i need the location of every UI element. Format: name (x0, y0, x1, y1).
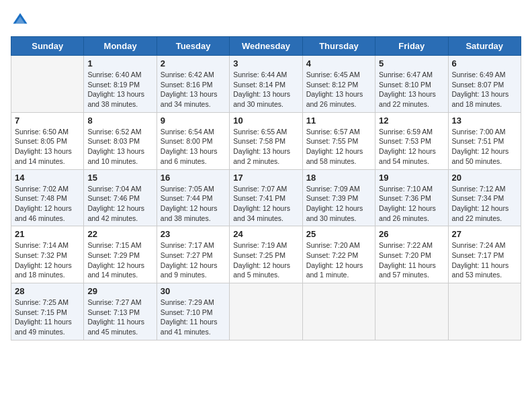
calendar-cell: 27Sunrise: 7:24 AMSunset: 7:17 PMDayligh… (448, 226, 521, 283)
day-info: Sunrise: 6:50 AMSunset: 8:05 PMDaylight:… (15, 127, 80, 167)
day-number: 18 (306, 173, 371, 183)
day-number: 19 (379, 173, 444, 183)
day-info: Sunrise: 7:04 AMSunset: 7:46 PMDaylight:… (87, 184, 152, 224)
calendar-header-row: SundayMondayTuesdayWednesdayThursdayFrid… (11, 37, 521, 56)
day-info: Sunrise: 7:20 AMSunset: 7:22 PMDaylight:… (306, 240, 371, 280)
day-info: Sunrise: 6:47 AMSunset: 8:10 PMDaylight:… (379, 70, 444, 109)
day-number: 26 (379, 229, 444, 239)
calendar-table: SundayMondayTuesdayWednesdayThursdayFrid… (11, 36, 521, 340)
calendar-cell: 22Sunrise: 7:15 AMSunset: 7:29 PMDayligh… (84, 226, 157, 283)
day-number: 2 (161, 58, 226, 68)
logo-icon (11, 11, 30, 30)
day-number: 9 (161, 116, 226, 126)
day-info: Sunrise: 6:45 AMSunset: 8:12 PMDaylight:… (306, 70, 371, 109)
calendar-cell (230, 283, 302, 340)
day-number: 12 (379, 116, 444, 126)
day-info: Sunrise: 6:42 AMSunset: 8:16 PMDaylight:… (161, 70, 226, 109)
day-of-week-header: Monday (84, 37, 157, 56)
day-info: Sunrise: 7:07 AMSunset: 7:41 PMDaylight:… (233, 184, 298, 224)
calendar-week-row: 14Sunrise: 7:02 AMSunset: 7:48 PMDayligh… (11, 169, 521, 226)
day-info: Sunrise: 7:12 AMSunset: 7:34 PMDaylight:… (452, 184, 517, 224)
calendar-cell: 6Sunrise: 6:49 AMSunset: 8:07 PMDaylight… (448, 56, 521, 113)
day-info: Sunrise: 7:00 AMSunset: 7:51 PMDaylight:… (452, 127, 517, 167)
calendar-cell: 11Sunrise: 6:57 AMSunset: 7:55 PMDayligh… (302, 112, 375, 169)
day-info: Sunrise: 6:59 AMSunset: 7:53 PMDaylight:… (379, 127, 444, 167)
day-info: Sunrise: 6:57 AMSunset: 7:55 PMDaylight:… (306, 127, 371, 167)
calendar-cell: 8Sunrise: 6:52 AMSunset: 8:03 PMDaylight… (84, 112, 157, 169)
day-info: Sunrise: 7:19 AMSunset: 7:25 PMDaylight:… (233, 240, 298, 280)
day-of-week-header: Friday (375, 37, 448, 56)
day-of-week-header: Wednesday (230, 37, 302, 56)
calendar-cell: 21Sunrise: 7:14 AMSunset: 7:32 PMDayligh… (11, 226, 84, 283)
calendar-week-row: 28Sunrise: 7:25 AMSunset: 7:15 PMDayligh… (11, 283, 521, 340)
day-info: Sunrise: 7:24 AMSunset: 7:17 PMDaylight:… (452, 240, 517, 280)
calendar-cell (302, 283, 375, 340)
day-info: Sunrise: 6:44 AMSunset: 8:14 PMDaylight:… (233, 70, 298, 109)
day-number: 17 (233, 173, 298, 183)
day-number: 15 (87, 173, 152, 183)
day-number: 13 (452, 116, 517, 126)
day-info: Sunrise: 7:29 AMSunset: 7:10 PMDaylight:… (161, 298, 226, 337)
day-info: Sunrise: 7:10 AMSunset: 7:36 PMDaylight:… (379, 184, 444, 224)
calendar-cell (11, 56, 84, 113)
calendar-cell: 4Sunrise: 6:45 AMSunset: 8:12 PMDaylight… (302, 56, 375, 113)
calendar-cell: 12Sunrise: 6:59 AMSunset: 7:53 PMDayligh… (375, 112, 448, 169)
calendar-cell: 9Sunrise: 6:54 AMSunset: 8:00 PMDaylight… (157, 112, 229, 169)
day-info: Sunrise: 7:05 AMSunset: 7:44 PMDaylight:… (161, 184, 226, 224)
day-number: 6 (452, 58, 517, 68)
day-info: Sunrise: 7:17 AMSunset: 7:27 PMDaylight:… (161, 240, 226, 280)
day-number: 3 (233, 58, 298, 68)
calendar-cell: 7Sunrise: 6:50 AMSunset: 8:05 PMDaylight… (11, 112, 84, 169)
day-of-week-header: Thursday (302, 37, 375, 56)
day-number: 29 (87, 286, 152, 296)
calendar-cell: 19Sunrise: 7:10 AMSunset: 7:36 PMDayligh… (375, 169, 448, 226)
day-of-week-header: Sunday (11, 37, 84, 56)
day-info: Sunrise: 6:40 AMSunset: 8:19 PMDaylight:… (87, 70, 152, 109)
day-number: 27 (452, 229, 517, 239)
day-number: 24 (233, 229, 298, 239)
day-number: 14 (15, 173, 80, 183)
day-number: 28 (15, 286, 80, 296)
day-info: Sunrise: 6:54 AMSunset: 8:00 PMDaylight:… (161, 127, 226, 167)
day-number: 5 (379, 58, 444, 68)
page-header (11, 11, 521, 30)
day-number: 30 (161, 286, 226, 296)
day-info: Sunrise: 7:15 AMSunset: 7:29 PMDaylight:… (87, 240, 152, 280)
logo (11, 11, 32, 30)
calendar-cell (448, 283, 521, 340)
calendar-cell: 13Sunrise: 7:00 AMSunset: 7:51 PMDayligh… (448, 112, 521, 169)
day-of-week-header: Tuesday (157, 37, 229, 56)
day-info: Sunrise: 7:02 AMSunset: 7:48 PMDaylight:… (15, 184, 80, 224)
day-number: 21 (15, 229, 80, 239)
calendar-week-row: 21Sunrise: 7:14 AMSunset: 7:32 PMDayligh… (11, 226, 521, 283)
calendar-cell: 17Sunrise: 7:07 AMSunset: 7:41 PMDayligh… (230, 169, 302, 226)
day-of-week-header: Saturday (448, 37, 521, 56)
calendar-cell: 25Sunrise: 7:20 AMSunset: 7:22 PMDayligh… (302, 226, 375, 283)
calendar-cell: 2Sunrise: 6:42 AMSunset: 8:16 PMDaylight… (157, 56, 229, 113)
day-info: Sunrise: 7:14 AMSunset: 7:32 PMDaylight:… (15, 240, 80, 280)
day-number: 25 (306, 229, 371, 239)
calendar-week-row: 1Sunrise: 6:40 AMSunset: 8:19 PMDaylight… (11, 56, 521, 113)
day-number: 7 (15, 116, 80, 126)
calendar-cell: 16Sunrise: 7:05 AMSunset: 7:44 PMDayligh… (157, 169, 229, 226)
calendar-cell: 26Sunrise: 7:22 AMSunset: 7:20 PMDayligh… (375, 226, 448, 283)
day-number: 11 (306, 116, 371, 126)
day-info: Sunrise: 7:25 AMSunset: 7:15 PMDaylight:… (15, 298, 80, 337)
day-number: 22 (87, 229, 152, 239)
calendar-cell: 1Sunrise: 6:40 AMSunset: 8:19 PMDaylight… (84, 56, 157, 113)
calendar-week-row: 7Sunrise: 6:50 AMSunset: 8:05 PMDaylight… (11, 112, 521, 169)
calendar-cell: 10Sunrise: 6:55 AMSunset: 7:58 PMDayligh… (230, 112, 302, 169)
day-number: 16 (161, 173, 226, 183)
day-info: Sunrise: 6:55 AMSunset: 7:58 PMDaylight:… (233, 127, 298, 167)
calendar-cell: 29Sunrise: 7:27 AMSunset: 7:13 PMDayligh… (84, 283, 157, 340)
day-info: Sunrise: 7:22 AMSunset: 7:20 PMDaylight:… (379, 240, 444, 280)
day-number: 4 (306, 58, 371, 68)
calendar-cell: 3Sunrise: 6:44 AMSunset: 8:14 PMDaylight… (230, 56, 302, 113)
calendar-cell: 30Sunrise: 7:29 AMSunset: 7:10 PMDayligh… (157, 283, 229, 340)
day-number: 20 (452, 173, 517, 183)
day-number: 10 (233, 116, 298, 126)
calendar-cell: 5Sunrise: 6:47 AMSunset: 8:10 PMDaylight… (375, 56, 448, 113)
day-number: 1 (87, 58, 152, 68)
day-number: 8 (87, 116, 152, 126)
calendar-cell (375, 283, 448, 340)
